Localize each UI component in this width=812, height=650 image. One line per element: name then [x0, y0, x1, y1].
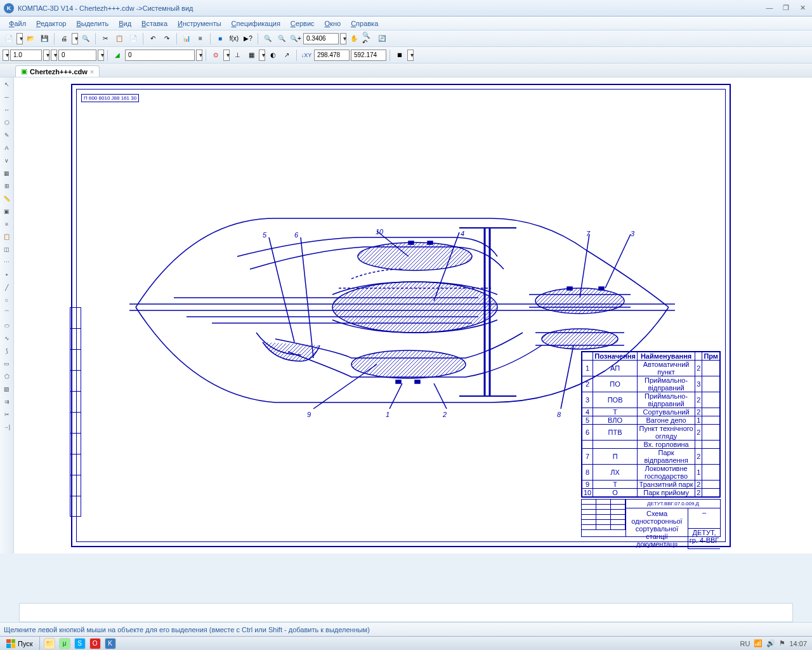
start-button[interactable]: Пуск: [0, 637, 40, 650]
vtool-select[interactable]: ▣: [1, 206, 13, 217]
zoom-window-button[interactable]: 🔍: [261, 32, 274, 45]
zoom-dropdown[interactable]: [340, 33, 346, 44]
layers-button[interactable]: ≡: [194, 32, 207, 45]
refresh-button[interactable]: 🔄: [376, 32, 388, 45]
undo-button[interactable]: ↶: [147, 32, 159, 45]
end-dropdown[interactable]: [407, 50, 414, 61]
step-dropdown[interactable]: [98, 50, 104, 61]
snap-dropdown[interactable]: [223, 50, 230, 61]
tray-network-icon[interactable]: 📶: [754, 639, 763, 647]
taskbar-skype-icon[interactable]: S: [74, 638, 86, 649]
canvas[interactable]: П 600 8010 J88 161 30: [14, 77, 812, 554]
properties-button[interactable]: 📊: [180, 32, 193, 45]
minimize-button[interactable]: —: [764, 4, 775, 13]
vtool-line[interactable]: ─: [1, 91, 13, 103]
step-input[interactable]: [58, 50, 96, 61]
vtool-rough[interactable]: ∨: [1, 155, 13, 166]
cut-button[interactable]: ✂: [99, 32, 112, 45]
snap-button[interactable]: ⊙: [209, 49, 222, 62]
tray-clock[interactable]: 14:07: [789, 640, 807, 647]
menu-help[interactable]: Справка: [346, 20, 383, 27]
menu-spec[interactable]: Спецификация: [226, 20, 285, 27]
menu-service[interactable]: Сервис: [285, 20, 320, 27]
close-button[interactable]: ✕: [797, 4, 808, 13]
menu-view[interactable]: Вид: [114, 20, 136, 27]
vtool-param[interactable]: ⊞: [1, 180, 13, 192]
vtool-offset[interactable]: ⇉: [1, 396, 13, 408]
layer-icon[interactable]: ◢: [111, 49, 124, 62]
scale-dropdown[interactable]: [43, 50, 49, 61]
taskbar-opera-icon[interactable]: O: [89, 638, 101, 649]
copy-button[interactable]: 📋: [113, 32, 126, 45]
layer-input[interactable]: [125, 50, 195, 61]
taskbar-explorer-icon[interactable]: 📁: [44, 638, 55, 649]
vtool-spline[interactable]: ∿: [1, 333, 13, 344]
vtool-hatch[interactable]: ▨: [1, 383, 13, 395]
vtool-report[interactable]: 📋: [1, 231, 13, 242]
maximize-button[interactable]: ❐: [780, 4, 792, 13]
vtool-insert[interactable]: ◫: [1, 244, 13, 255]
scale-input[interactable]: [10, 50, 42, 61]
preview-button[interactable]: 🔍: [79, 32, 92, 45]
tray-flag-icon[interactable]: ⚑: [779, 639, 785, 647]
vtool-segment[interactable]: ╱: [1, 282, 13, 293]
x-coord[interactable]: [314, 50, 350, 61]
vtool-edit[interactable]: ✎: [1, 129, 13, 141]
tray-volume-icon[interactable]: 🔊: [766, 639, 775, 647]
doc-tab-active[interactable]: ▣ Chertezh+++.cdw ×: [15, 65, 100, 77]
vtool-rect[interactable]: ▭: [1, 358, 13, 369]
print-button[interactable]: 🖨: [58, 32, 70, 45]
vtool-table[interactable]: ▦: [1, 168, 13, 179]
new-dropdown[interactable]: [16, 33, 23, 44]
taskbar-kompas-icon[interactable]: K: [105, 638, 116, 649]
y-coord[interactable]: [351, 50, 386, 61]
vtool-arc[interactable]: ⌒: [1, 307, 13, 319]
vtool-fillet[interactable]: ⟆: [1, 345, 13, 357]
fx-button[interactable]: f(x): [228, 32, 240, 45]
local-cs-button[interactable]: ↗: [280, 49, 293, 62]
variables-button[interactable]: ■: [214, 32, 226, 45]
vtool-geom[interactable]: ⬡: [1, 117, 13, 128]
doc-tab-close[interactable]: ×: [90, 68, 94, 76]
step-type-dropdown[interactable]: [51, 50, 57, 61]
open-button[interactable]: 📂: [24, 32, 37, 45]
end-button[interactable]: ⏹: [393, 49, 406, 62]
vtool-poly[interactable]: ⬠: [1, 371, 13, 382]
menu-file[interactable]: Файл: [4, 20, 31, 27]
taskbar-utorrent-icon[interactable]: μ: [59, 638, 70, 649]
grid-button[interactable]: ▦: [245, 49, 258, 62]
new-button[interactable]: 📄: [3, 32, 15, 45]
save-button[interactable]: 💾: [38, 32, 51, 45]
print-dropdown[interactable]: [72, 33, 78, 44]
vtool-ellipse[interactable]: ⬭: [1, 320, 13, 331]
vtool-arrow[interactable]: ↖: [1, 79, 13, 90]
vtool-circle[interactable]: ○: [1, 295, 13, 306]
zoom-input[interactable]: [303, 33, 339, 44]
scale-type-dropdown[interactable]: [3, 50, 9, 61]
tray-lang-icon[interactable]: RU: [740, 640, 750, 647]
layer-dropdown[interactable]: [196, 50, 202, 61]
zoom-in-button[interactable]: 🔍+: [289, 32, 302, 45]
vtool-point[interactable]: •: [1, 269, 13, 281]
round-button[interactable]: ◐: [266, 49, 279, 62]
vtool-measure[interactable]: 📏: [1, 193, 13, 204]
menu-window[interactable]: Окно: [320, 20, 346, 27]
menu-edit[interactable]: Редактор: [31, 20, 71, 27]
vtool-spec[interactable]: ≡: [1, 218, 13, 230]
ortho-button[interactable]: ⊥: [231, 49, 244, 62]
vtool-trim[interactable]: ✂: [1, 409, 13, 420]
redo-button[interactable]: ↷: [160, 32, 173, 45]
zoom-fit-button[interactable]: 🔍: [275, 32, 288, 45]
vtool-text[interactable]: A: [1, 142, 13, 154]
paste-button[interactable]: 📄: [127, 32, 140, 45]
vtool-dim[interactable]: ↔: [1, 104, 13, 116]
menu-insert[interactable]: Вставка: [136, 20, 173, 27]
help-context-button[interactable]: ▶?: [242, 32, 254, 45]
vtool-extend[interactable]: →|: [1, 421, 13, 433]
menu-tools[interactable]: Инструменты: [173, 20, 226, 27]
zoom-prev-button[interactable]: 🔍↶: [362, 32, 374, 45]
menu-select[interactable]: Выделить: [71, 20, 114, 27]
command-area[interactable]: [19, 603, 793, 622]
pan-button[interactable]: ✋: [348, 32, 360, 45]
grid-dropdown[interactable]: [259, 50, 265, 61]
